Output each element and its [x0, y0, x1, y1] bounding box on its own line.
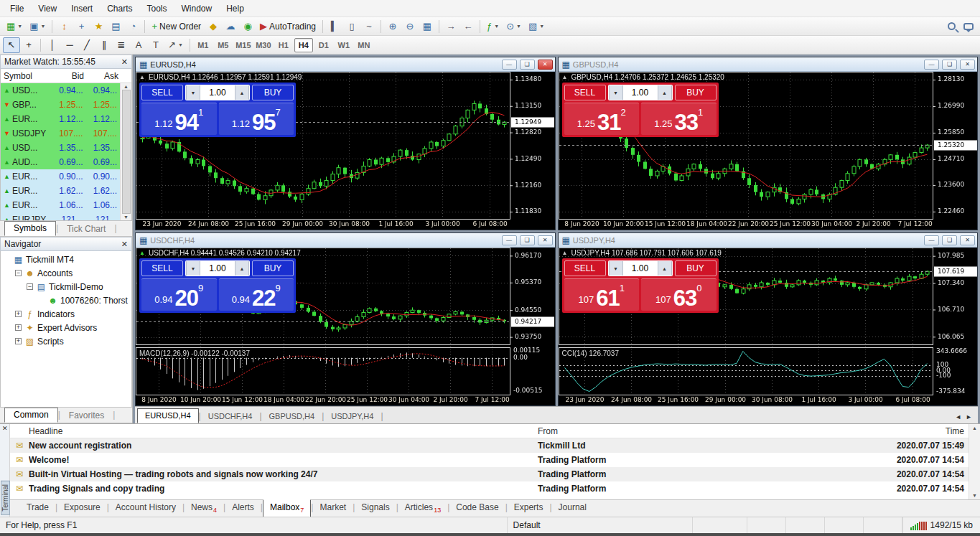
- strategy-tester-icon[interactable]: ◔: [124, 19, 141, 34]
- navigator-icon[interactable]: ★: [90, 19, 107, 34]
- periods-icon[interactable]: ⊙▼: [503, 19, 525, 34]
- scroll-up-icon[interactable]: ▲: [972, 425, 977, 431]
- market-watch-row[interactable]: ▲USD...1.35...1.35...: [1, 141, 120, 155]
- menu-tools[interactable]: Tools: [140, 1, 174, 16]
- auto-scroll-icon[interactable]: →: [442, 19, 459, 34]
- chart-tab-eurusd[interactable]: EURUSD,H4: [137, 408, 199, 423]
- profiles-icon[interactable]: ▣▼: [26, 19, 49, 34]
- equidistant-channel-icon[interactable]: ∥: [95, 37, 113, 53]
- terminal-tab-exposure[interactable]: Exposure: [57, 500, 107, 515]
- indicators-list-icon[interactable]: ƒ▼: [483, 19, 503, 34]
- sell-price[interactable]: 0.94209: [141, 278, 217, 311]
- terminal-tab-signals[interactable]: Signals: [355, 500, 396, 515]
- tree-item-platform[interactable]: ▦Tickmill MT4: [1, 253, 131, 266]
- tree-item-accounts[interactable]: −☻Accounts: [1, 266, 131, 280]
- market-watch-row[interactable]: ▲USD...0.94...0.94...: [1, 83, 120, 98]
- templates-icon[interactable]: ▧▼: [525, 19, 548, 34]
- mail-row[interactable]: ✉Trading Signals and copy tradingTrading…: [10, 481, 969, 496]
- data-window-icon[interactable]: +: [73, 19, 90, 34]
- market-watch-row[interactable]: ▼USDJPY107....107....: [1, 126, 120, 141]
- terminal-tab-journal[interactable]: Journal: [552, 500, 593, 515]
- tree-item-account[interactable]: ☻10076260: Thorst: [1, 293, 131, 307]
- menu-view[interactable]: View: [31, 1, 64, 16]
- timeframe-m5[interactable]: M5: [214, 38, 233, 52]
- tab-tick-chart[interactable]: Tick Chart: [58, 222, 114, 236]
- menu-window[interactable]: Window: [174, 1, 220, 16]
- close-icon[interactable]: ✕: [121, 57, 128, 67]
- sell-price[interactable]: 107611: [564, 278, 640, 311]
- column-header-time[interactable]: Time: [868, 426, 969, 436]
- volume-decrease-icon[interactable]: ▼: [186, 261, 200, 276]
- new-chart-icon[interactable]: ▦▼: [3, 19, 26, 34]
- market-watch-scrollbar[interactable]: ▲ ▼: [120, 83, 131, 220]
- buy-price[interactable]: 107630: [641, 278, 717, 311]
- minimize-button[interactable]: —: [502, 235, 517, 245]
- cursor-icon[interactable]: ↖: [3, 37, 20, 53]
- minimize-button[interactable]: —: [502, 60, 517, 70]
- tab-favorites[interactable]: Favorites: [60, 409, 113, 423]
- terminal-tab-account-history[interactable]: Account History: [109, 500, 182, 515]
- market-watch-icon[interactable]: ↕: [55, 19, 73, 34]
- market-watch-row[interactable]: ▲EUR...0.90...0.90...: [1, 169, 120, 184]
- sell-button[interactable]: SELL: [564, 260, 606, 276]
- menu-insert[interactable]: Insert: [64, 1, 100, 16]
- menu-file[interactable]: File: [3, 1, 31, 16]
- mail-row[interactable]: ✉Built-in Virtual Hosting — trading robo…: [10, 467, 969, 481]
- close-button[interactable]: ✕: [960, 60, 975, 70]
- expand-icon[interactable]: +: [15, 324, 22, 331]
- terminal-tab-alerts[interactable]: Alerts: [225, 500, 261, 515]
- mail-row[interactable]: ✉Welcome!Trading Platform2020.07.07 14:5…: [10, 453, 969, 467]
- chat-icon[interactable]: [960, 19, 977, 34]
- minimize-button[interactable]: —: [924, 235, 939, 245]
- sell-price[interactable]: 1.12941: [141, 103, 217, 135]
- market-watch-row[interactable]: ▲EUR...1.62...1.62...: [1, 184, 120, 198]
- volume-decrease-icon[interactable]: ▼: [186, 85, 200, 100]
- text-label-icon[interactable]: T: [147, 37, 164, 53]
- close-button[interactable]: ✕: [538, 60, 553, 70]
- chart-tab-usdchf[interactable]: USDCHF,H4: [201, 410, 260, 423]
- volume-value[interactable]: 1.00: [200, 85, 235, 100]
- timeframe-d1[interactable]: D1: [314, 38, 333, 52]
- terminal-tab-trade[interactable]: Trade: [20, 500, 55, 515]
- window-titlebar[interactable]: ▦GBPUSD,H4—❏✕: [559, 57, 978, 72]
- volume-increase-icon[interactable]: ▲: [658, 261, 672, 276]
- buy-button[interactable]: BUY: [252, 260, 294, 276]
- new-order-button[interactable]: +New Order: [148, 19, 205, 34]
- scroll-thumb[interactable]: [122, 90, 131, 214]
- buy-button[interactable]: BUY: [252, 85, 294, 100]
- tree-item-server[interactable]: −▤Tickmill-Demo: [1, 280, 131, 293]
- community-icon[interactable]: ◉: [239, 19, 256, 34]
- metaeditor-icon[interactable]: ◆: [205, 19, 222, 34]
- sell-price[interactable]: 1.25312: [564, 103, 640, 135]
- maximize-button[interactable]: ❏: [942, 235, 957, 245]
- terminal-tab-articles[interactable]: Articles13: [398, 500, 447, 517]
- volume-value[interactable]: 1.00: [623, 85, 658, 100]
- volume-decrease-icon[interactable]: ▼: [609, 261, 623, 276]
- menu-charts[interactable]: Charts: [100, 1, 139, 16]
- virtual-hosting-icon[interactable]: ☁: [222, 19, 239, 34]
- close-button[interactable]: ✕: [960, 235, 975, 245]
- crosshair-icon[interactable]: +: [20, 37, 37, 53]
- sell-button[interactable]: SELL: [141, 260, 183, 276]
- chart-shift-icon[interactable]: ←: [459, 19, 477, 34]
- scroll-down-icon[interactable]: ▼: [972, 493, 977, 498]
- candlestick-mode-icon[interactable]: ▯: [343, 19, 360, 34]
- column-header-from[interactable]: From: [538, 426, 868, 436]
- menu-help[interactable]: Help: [219, 1, 251, 16]
- maximize-button[interactable]: ❏: [520, 60, 535, 70]
- window-titlebar[interactable]: ▦EURUSD,H4—❏✕: [136, 57, 555, 72]
- scroll-down-icon[interactable]: ▼: [123, 215, 129, 220]
- column-header-ask[interactable]: Ask: [87, 71, 121, 81]
- tree-item-scripts[interactable]: +▨Scripts: [1, 334, 131, 348]
- volume-value[interactable]: 1.00: [200, 261, 235, 276]
- minimize-button[interactable]: —: [924, 60, 939, 70]
- timeframe-w1[interactable]: W1: [335, 38, 353, 52]
- terminal-tab-market[interactable]: Market: [313, 500, 353, 515]
- line-chart-mode-icon[interactable]: ~: [360, 19, 378, 34]
- text-icon[interactable]: A: [130, 37, 147, 53]
- search-icon[interactable]: [943, 19, 960, 34]
- collapse-icon[interactable]: −: [15, 270, 22, 276]
- profile-selector[interactable]: Default: [508, 517, 693, 533]
- tab-symbols[interactable]: Symbols: [4, 221, 56, 236]
- terminal-tab-experts[interactable]: Experts: [508, 500, 550, 515]
